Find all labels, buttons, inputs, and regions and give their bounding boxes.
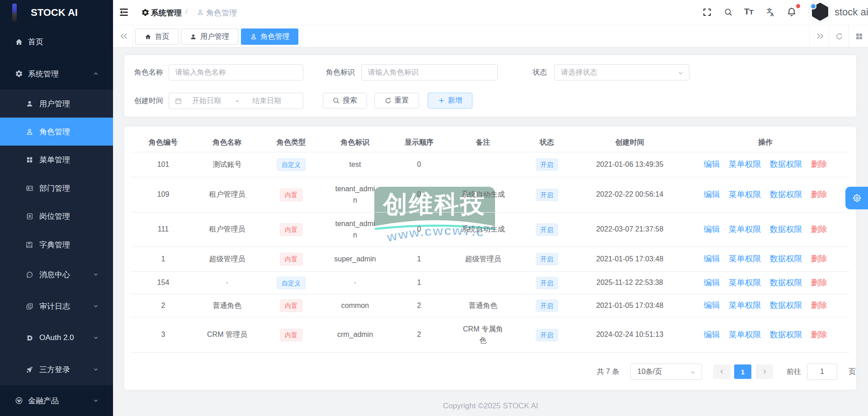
- svg-text:A: A: [770, 12, 774, 17]
